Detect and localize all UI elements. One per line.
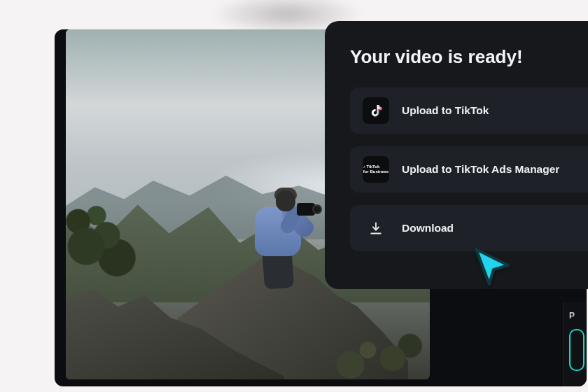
upload-tiktok-ads-button[interactable]: ♪ TikTokfor Business Upload to TikTok Ad… [350, 146, 588, 192]
option-label: Upload to TikTok Ads Manager [402, 163, 559, 176]
option-label: Upload to TikTok [402, 104, 489, 117]
export-modal: Your video is ready! Upload to TikTok ♪ … [325, 21, 588, 289]
upload-tiktok-button[interactable]: Upload to TikTok [350, 88, 588, 134]
download-button[interactable]: Download [350, 205, 588, 251]
side-panel-label: P [569, 311, 587, 321]
tiktok-icon [363, 97, 389, 124]
side-panel-chip[interactable] [569, 329, 584, 371]
preview-shrubs [306, 274, 430, 379]
preview-trees [66, 148, 168, 288]
right-side-panel: P [563, 302, 587, 386]
modal-title: Your video is ready! [350, 46, 588, 68]
download-icon [363, 215, 389, 241]
option-label: Download [402, 222, 454, 234]
preview-person [237, 183, 314, 295]
tiktok-business-icon: ♪ TikTokfor Business [363, 156, 389, 183]
